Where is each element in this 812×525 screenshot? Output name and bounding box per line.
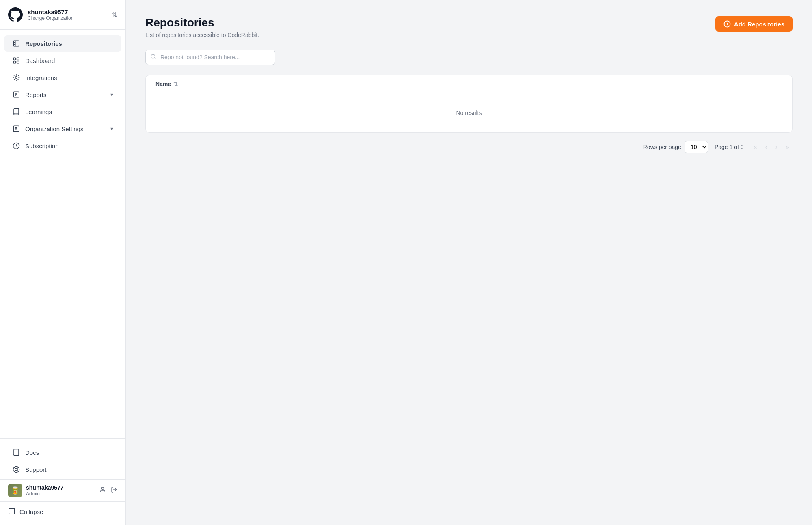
prev-page-button[interactable]: ‹ — [762, 141, 770, 153]
svg-rect-0 — [13, 41, 19, 46]
svg-line-12 — [17, 470, 18, 471]
org-name: shuntaka9577 — [28, 9, 73, 15]
search-input[interactable] — [145, 50, 275, 65]
learnings-icon — [12, 108, 20, 116]
svg-rect-17 — [9, 508, 15, 514]
reports-chevron-icon: ▾ — [110, 91, 113, 98]
sidebar-item-label-docs: Docs — [25, 449, 39, 456]
name-column-header[interactable]: Name ⇅ — [155, 81, 178, 87]
user-logout-icon[interactable] — [111, 486, 117, 495]
sidebar-bottom: Docs Support 🥫 shuntaka9577 Admin — [0, 438, 125, 525]
page-header-text: Repositories List of repositories access… — [145, 16, 259, 38]
search-icon — [150, 54, 156, 61]
org-info: shuntaka9577 Change Organization — [28, 9, 73, 21]
dashboard-icon — [12, 56, 20, 65]
sidebar-item-reports[interactable]: Reports ▾ — [4, 86, 121, 103]
table-header: Name ⇅ — [146, 75, 792, 93]
sidebar-item-dashboard[interactable]: Dashboard — [4, 52, 121, 69]
support-icon — [12, 465, 20, 473]
sidebar-item-integrations[interactable]: Integrations — [4, 69, 121, 86]
svg-point-15 — [102, 487, 104, 489]
sidebar-item-label-integrations: Integrations — [25, 74, 57, 81]
rows-per-page-select[interactable]: 10 20 50 — [685, 141, 708, 153]
collapse-sidebar-button[interactable]: Collapse — [0, 503, 125, 520]
svg-line-13 — [17, 467, 18, 469]
svg-rect-1 — [13, 58, 15, 60]
add-repositories-button[interactable]: Add Repositories — [715, 16, 793, 32]
page-info: Page 1 of 0 — [715, 144, 744, 150]
pagination: Rows per page 10 20 50 Page 1 of 0 « ‹ ›… — [145, 141, 793, 153]
plus-circle-icon — [723, 20, 731, 28]
subscription-icon — [12, 142, 20, 150]
repositories-table: Name ⇅ No results — [145, 75, 793, 133]
sidebar: shuntaka9577 Change Organization ⇅ Repos… — [0, 0, 126, 525]
svg-point-5 — [15, 77, 17, 79]
page-title: Repositories — [145, 16, 259, 29]
sidebar-item-docs[interactable]: Docs — [4, 444, 121, 460]
pagination-controls: « ‹ › » — [750, 141, 793, 153]
sidebar-item-label-repositories: Repositories — [25, 40, 62, 47]
sidebar-item-label-subscription: Subscription — [25, 143, 59, 149]
org-settings-icon — [12, 125, 20, 133]
sidebar-header-left: shuntaka9577 Change Organization — [8, 7, 73, 22]
svg-rect-2 — [17, 58, 19, 60]
svg-rect-3 — [13, 61, 15, 63]
sidebar-item-subscription[interactable]: Subscription — [4, 138, 121, 154]
sidebar-item-org-settings[interactable]: Organization Settings ▾ — [4, 121, 121, 137]
rows-per-page-label: Rows per page — [643, 144, 681, 150]
sidebar-header: shuntaka9577 Change Organization ⇅ — [0, 0, 125, 30]
sidebar-item-label-org-settings: Organization Settings — [25, 125, 83, 132]
svg-rect-4 — [17, 61, 19, 63]
sidebar-item-label-learnings: Learnings — [25, 108, 52, 115]
collapse-icon — [8, 508, 15, 516]
svg-line-11 — [14, 467, 15, 469]
sidebar-item-learnings[interactable]: Learnings — [4, 104, 121, 120]
sidebar-nav: Repositories Dashboard — [0, 30, 125, 438]
add-repositories-label: Add Repositories — [734, 21, 784, 28]
github-logo-icon — [8, 7, 23, 22]
user-role: Admin — [26, 491, 64, 497]
integrations-icon — [12, 73, 20, 82]
sort-icon: ⇅ — [173, 81, 178, 87]
sidebar-item-label-support: Support — [25, 466, 47, 473]
main-content: Repositories List of repositories access… — [126, 0, 812, 525]
svg-point-10 — [15, 468, 17, 471]
org-settings-chevron-icon: ▾ — [110, 125, 113, 132]
user-name: shuntaka9577 — [26, 484, 64, 491]
user-profile-icon[interactable] — [99, 486, 106, 495]
collapse-label: Collapse — [19, 508, 43, 515]
svg-line-14 — [14, 470, 15, 471]
sidebar-item-support[interactable]: Support — [4, 461, 121, 477]
main-header: Repositories List of repositories access… — [145, 16, 793, 38]
reports-icon — [12, 91, 20, 99]
change-org-link[interactable]: Change Organization — [28, 15, 73, 21]
table-body: No results — [146, 93, 792, 132]
sidebar-item-label-reports: Reports — [25, 91, 47, 98]
user-avatar: 🥫 — [8, 484, 22, 497]
page-subtitle: List of repositories accessible to CodeR… — [145, 32, 259, 38]
docs-icon — [12, 448, 20, 456]
next-page-button[interactable]: › — [772, 141, 781, 153]
svg-point-21 — [151, 54, 155, 58]
sidebar-item-label-dashboard: Dashboard — [25, 57, 55, 64]
search-wrapper — [145, 50, 275, 65]
first-page-button[interactable]: « — [750, 141, 760, 153]
user-section: 🥫 shuntaka9577 Admin — [0, 479, 125, 502]
rows-per-page-control: Rows per page 10 20 50 — [643, 141, 708, 153]
sidebar-item-repositories[interactable]: Repositories — [4, 35, 121, 52]
repositories-icon — [12, 39, 20, 48]
last-page-button[interactable]: » — [782, 141, 793, 153]
org-switcher-chevron-icon[interactable]: ⇅ — [112, 11, 117, 19]
svg-line-22 — [154, 58, 155, 59]
name-column-label: Name — [155, 81, 171, 87]
no-results-message: No results — [440, 93, 498, 132]
